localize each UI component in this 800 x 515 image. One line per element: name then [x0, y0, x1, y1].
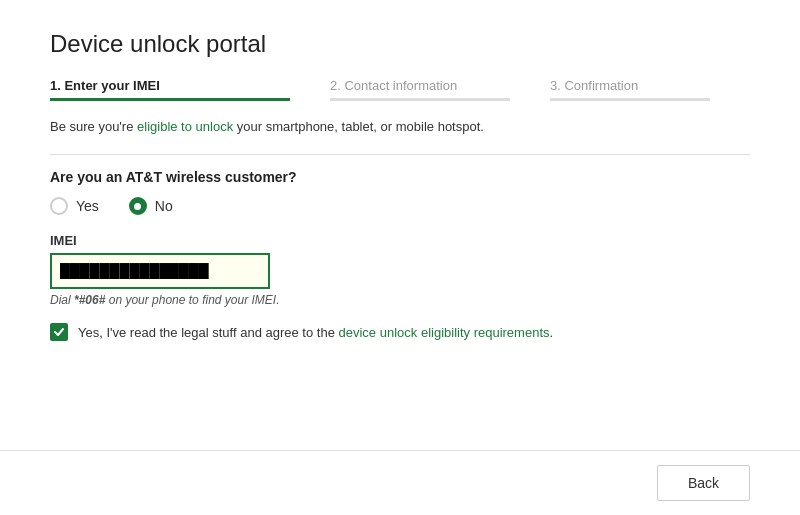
imei-field-label: IMEI [50, 233, 750, 248]
page-title: Device unlock portal [50, 30, 750, 58]
imei-field-container: IMEI Dial *#06# on your phone to find yo… [50, 233, 750, 323]
legal-checkbox[interactable] [50, 323, 68, 341]
imei-input[interactable] [50, 253, 270, 289]
legal-text-after: . [550, 325, 554, 340]
imei-hint-code: *#06# [74, 293, 105, 307]
step-1-line [50, 98, 290, 101]
imei-hint-suffix: on your phone to find your IMEI. [105, 293, 279, 307]
divider-1 [50, 154, 750, 155]
stepper: 1. Enter your IMEI 2. Contact informatio… [50, 78, 750, 101]
wireless-customer-question: Are you an AT&T wireless customer? [50, 169, 750, 185]
step-3: 3. Confirmation [550, 78, 710, 101]
imei-hint: Dial *#06# on your phone to find your IM… [50, 293, 750, 307]
radio-yes-label: Yes [76, 198, 99, 214]
step-3-label: 3. Confirmation [550, 78, 710, 93]
step-3-line [550, 98, 710, 101]
back-button[interactable]: Back [657, 465, 750, 501]
step-2-line [330, 98, 510, 101]
legal-checkbox-row: Yes, I've read the legal stuff and agree… [50, 323, 750, 341]
footer: Back [0, 450, 800, 515]
checkmark-icon [53, 326, 65, 338]
eligibility-requirements-link[interactable]: device unlock eligibility requirements [339, 325, 550, 340]
step-1: 1. Enter your IMEI [50, 78, 290, 101]
radio-no[interactable]: No [129, 197, 173, 215]
legal-checkbox-text: Yes, I've read the legal stuff and agree… [78, 325, 553, 340]
eligible-to-unlock-link[interactable]: eligible to unlock [137, 119, 233, 134]
radio-group: Yes No [50, 197, 750, 215]
step-2: 2. Contact information [330, 78, 510, 101]
step-2-label: 2. Contact information [330, 78, 510, 93]
imei-hint-prefix: Dial [50, 293, 74, 307]
info-text: Be sure you're eligible to unlock your s… [50, 119, 750, 134]
step-1-label: 1. Enter your IMEI [50, 78, 290, 93]
radio-no-circle [129, 197, 147, 215]
radio-yes[interactable]: Yes [50, 197, 99, 215]
info-text-after: your smartphone, tablet, or mobile hotsp… [233, 119, 484, 134]
legal-text-before: Yes, I've read the legal stuff and agree… [78, 325, 339, 340]
info-text-before: Be sure you're [50, 119, 137, 134]
radio-yes-circle [50, 197, 68, 215]
radio-no-label: No [155, 198, 173, 214]
